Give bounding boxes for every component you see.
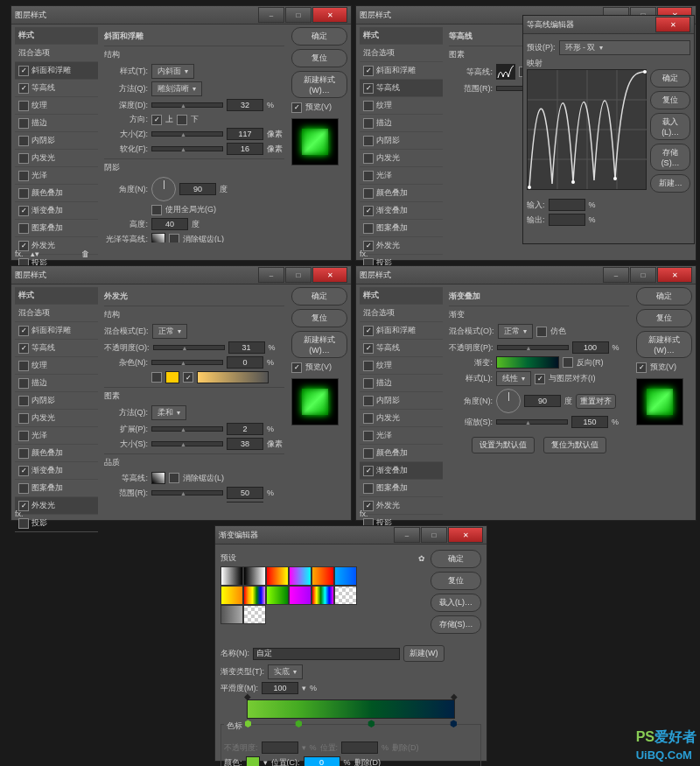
sidebar-item-innershadow[interactable]: 内阴影: [360, 392, 443, 410]
checkbox[interactable]: [18, 413, 29, 424]
preset-dropdown[interactable]: 环形 - 双: [559, 40, 691, 55]
sidebar-item-bevel[interactable]: 斜面和浮雕: [360, 322, 443, 340]
checkbox[interactable]: [363, 223, 374, 234]
sidebar-item-dropshadow[interactable]: 投影: [15, 515, 98, 532]
sidebar-item-outerglow[interactable]: 外发光: [15, 497, 98, 515]
sidebar-item-contour[interactable]: 等高线: [360, 340, 443, 357]
type-dropdown[interactable]: 实底: [268, 664, 303, 679]
blend-mode-dropdown[interactable]: 正常: [498, 324, 533, 339]
close-button[interactable]: ✕: [655, 17, 690, 32]
dither-checkbox[interactable]: [536, 327, 547, 337]
close-button[interactable]: ✕: [312, 267, 347, 283]
color-stop-icon[interactable]: ⬢: [295, 719, 303, 728]
style-dropdown[interactable]: 内斜面: [151, 64, 194, 79]
angle-input[interactable]: [524, 395, 561, 407]
sidebar-item-texture[interactable]: 纹理: [15, 97, 98, 115]
preview-checkbox[interactable]: [291, 362, 302, 373]
blend-mode-dropdown[interactable]: 正常: [152, 324, 187, 339]
color-stop-icon[interactable]: ⬢: [368, 719, 375, 728]
checkbox[interactable]: [363, 83, 374, 94]
sidebar-item-gradoverlay[interactable]: 渐变叠加: [15, 462, 98, 480]
checkbox[interactable]: [363, 448, 374, 459]
spread-input[interactable]: [227, 423, 263, 435]
gear-icon[interactable]: ✿: [418, 554, 425, 563]
checkbox[interactable]: [363, 101, 374, 111]
sidebar-item-bevel[interactable]: 斜面和浮雕: [360, 62, 443, 80]
soften-input[interactable]: [227, 143, 263, 155]
range-slider[interactable]: [151, 490, 223, 495]
technique-dropdown[interactable]: 柔和: [151, 405, 186, 420]
close-button[interactable]: ✕: [657, 267, 692, 283]
minimize-button[interactable]: –: [603, 267, 629, 283]
ok-button[interactable]: 确定: [650, 69, 690, 88]
checkbox[interactable]: [18, 171, 29, 181]
technique-dropdown[interactable]: 雕刻清晰: [151, 81, 202, 96]
cancel-button[interactable]: 复位: [291, 309, 347, 327]
gloss-contour-picker[interactable]: [151, 233, 165, 242]
opacity-slider[interactable]: [497, 345, 569, 350]
angle-dial[interactable]: [151, 177, 176, 201]
preset-swatch[interactable]: [289, 566, 312, 586]
checkbox[interactable]: [18, 153, 29, 164]
antialias-checkbox[interactable]: [169, 234, 179, 242]
color-stop-icon[interactable]: ⬢: [450, 719, 458, 728]
checkbox[interactable]: [18, 361, 29, 371]
sidebar-blending[interactable]: 混合选项: [15, 305, 98, 322]
style-dropdown[interactable]: 线性: [496, 371, 531, 386]
sidebar-blending[interactable]: 混合选项: [15, 45, 98, 62]
checkbox[interactable]: [18, 118, 29, 129]
checkbox[interactable]: [18, 223, 29, 234]
sidebar-item-innerglow[interactable]: 内发光: [360, 410, 443, 427]
titlebar[interactable]: 图层样式 – □ ✕: [356, 266, 696, 285]
chevron-up-icon[interactable]: ▴▾: [31, 249, 39, 258]
maximize-button[interactable]: □: [630, 267, 656, 283]
checkbox[interactable]: [363, 343, 374, 354]
sidebar-item-satin[interactable]: 光泽: [15, 427, 98, 445]
sidebar-item-contour[interactable]: 等高线: [15, 340, 98, 357]
checkbox[interactable]: [363, 466, 374, 476]
new-button[interactable]: 新建(W): [403, 645, 444, 662]
ok-button[interactable]: 确定: [430, 550, 481, 568]
depth-input[interactable]: [227, 99, 263, 111]
ok-button[interactable]: 确定: [291, 27, 347, 46]
preset-swatch[interactable]: [220, 586, 243, 605]
sidebar-item-satin[interactable]: 光泽: [360, 427, 443, 445]
sidebar-item-stroke[interactable]: 描边: [15, 375, 98, 392]
preset-swatch[interactable]: [220, 566, 243, 586]
gradient-radio[interactable]: [183, 372, 193, 383]
noise-slider[interactable]: [151, 360, 223, 365]
reset-align-button[interactable]: 重置对齐: [576, 394, 616, 409]
noise-input[interactable]: [227, 356, 263, 369]
close-button[interactable]: ✕: [448, 527, 483, 543]
sidebar-item-gradoverlay[interactable]: 渐变叠加: [15, 202, 98, 220]
antialias-checkbox[interactable]: [169, 473, 179, 483]
checkbox[interactable]: [18, 136, 29, 146]
preset-swatch[interactable]: [312, 586, 334, 605]
checkbox[interactable]: [363, 206, 374, 216]
checkbox[interactable]: [363, 326, 374, 336]
sidebar-item-stroke[interactable]: 描边: [15, 115, 98, 132]
sidebar-item-bevel[interactable]: 斜面和浮雕: [15, 62, 98, 80]
opacity-stop-icon[interactable]: ◆: [451, 692, 458, 701]
checkbox[interactable]: [363, 431, 374, 441]
preset-swatch[interactable]: [243, 605, 266, 624]
maximize-button[interactable]: □: [285, 267, 312, 283]
sidebar-item-satin[interactable]: 光泽: [15, 167, 98, 185]
checkbox[interactable]: [18, 483, 29, 494]
sidebar-blending[interactable]: 混合选项: [360, 45, 443, 62]
checkbox[interactable]: [18, 518, 29, 529]
titlebar[interactable]: 图层样式 – □ ✕: [11, 6, 351, 25]
sidebar-item-coloroverlay[interactable]: 颜色叠加: [360, 185, 443, 202]
checkbox[interactable]: [18, 448, 29, 459]
reverse-checkbox[interactable]: [563, 357, 573, 368]
new-button[interactable]: 新建…: [650, 174, 690, 193]
input-field[interactable]: [549, 199, 585, 211]
global-light-checkbox[interactable]: [151, 205, 162, 215]
checkbox[interactable]: [363, 153, 374, 164]
contour-picker[interactable]: [496, 64, 515, 80]
sidebar-item-texture[interactable]: 纹理: [360, 97, 443, 115]
checkbox[interactable]: [18, 101, 29, 111]
load-button[interactable]: 载入(L)…: [650, 113, 690, 140]
set-default-button[interactable]: 设置为默认值: [472, 437, 535, 453]
checkbox[interactable]: [18, 378, 29, 389]
